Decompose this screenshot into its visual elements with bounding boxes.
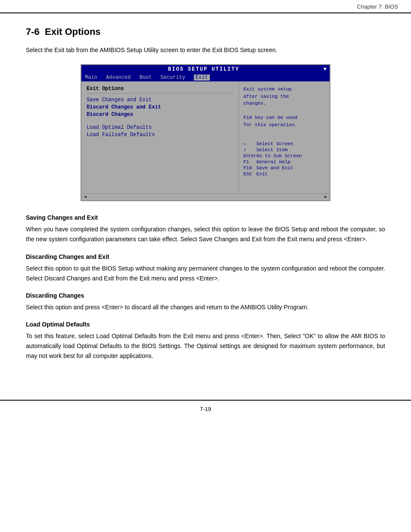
- subsection-discarding-title: Discarding Changes: [26, 292, 385, 299]
- subsection-saving: Saving Changes and Exit When you have co…: [26, 214, 385, 244]
- bios-key-arrows: ↔: [243, 141, 256, 146]
- section-heading: 7-6 Exit Options: [26, 26, 385, 37]
- page-number: 7-19: [200, 406, 211, 412]
- bios-corner-right: ▼: [324, 66, 327, 72]
- bios-menu-main[interactable]: Main: [85, 75, 97, 81]
- bios-right-panel: Exit system setupafter saving thechanges…: [239, 81, 330, 193]
- page-footer: 7-19: [0, 400, 411, 416]
- bios-help-text: Exit system setupafter saving thechanges…: [243, 86, 325, 128]
- bios-option-load-optimal[interactable]: Load Optimal Defaults: [87, 124, 234, 131]
- bios-key-select-screen-label: Select Screen: [256, 141, 293, 146]
- subsection-discarding: Discarding Changes Select this option an…: [26, 292, 385, 312]
- bios-menu-bar[interactable]: Main Advanced Boot Security Exit: [81, 74, 330, 81]
- subsection-discarding-exit-text: Select this option to quit the BIOS Setu…: [26, 264, 385, 283]
- bios-menu-boot[interactable]: Boot: [139, 75, 152, 81]
- subsection-saving-title: Saving Changes and Exit: [26, 214, 385, 221]
- subsection-load-optimal: Load Optimal Defaults To set this featur…: [26, 321, 385, 361]
- bios-key-esc: ESC Exit: [243, 171, 325, 177]
- bios-key-select-item: ↕ Select Item: [243, 147, 325, 152]
- subsection-discarding-exit-title: Discarding Changes and Exit: [26, 253, 385, 260]
- bios-scroll-right: ►: [324, 195, 327, 199]
- bios-option-save-exit[interactable]: Save Changes and Exit: [87, 97, 234, 103]
- bios-body: Exit Options Save Changes and Exit Disca…: [81, 81, 330, 193]
- bios-key-f10: F10 Save and Exit: [243, 165, 325, 171]
- subsection-load-optimal-title: Load Optimal Defaults: [26, 321, 385, 328]
- chapter-header: Chapter 7: BIOS: [0, 0, 411, 13]
- chapter-title: Chapter 7: BIOS: [357, 3, 398, 10]
- bios-menu-exit[interactable]: Exit: [194, 75, 210, 81]
- bios-option-discard[interactable]: Discard Changes: [87, 112, 234, 118]
- bios-key-select-item-label: Select Item: [256, 147, 288, 152]
- bios-keys-section: ↔ Select Screen ↕ Select Item Enter Go t…: [243, 141, 325, 177]
- bios-key-select-screen: ↔ Select Screen: [243, 141, 325, 146]
- intro-paragraph: Select the Exit tab from the AMIBIOS Set…: [26, 45, 385, 55]
- bios-section-title: Exit Options: [87, 86, 234, 93]
- bios-key-updown: ↕: [243, 147, 256, 152]
- bios-key-sub-screen: Enter Go to Sub Screen: [243, 153, 325, 159]
- bios-key-f1: F1 General Help: [243, 159, 325, 165]
- main-content: 7-6 Exit Options Select the Exit tab fro…: [0, 13, 411, 387]
- bios-menu-advanced[interactable]: Advanced: [106, 75, 131, 81]
- bios-key-f1-label: General Help: [256, 159, 290, 165]
- bios-key-esc-key: ESC: [243, 171, 256, 177]
- bios-key-enter: Enter: [243, 154, 256, 159]
- bios-key-esc-label: Exit: [256, 171, 268, 177]
- bios-bottom-bar: ◄ ►: [81, 193, 330, 200]
- bios-title-bar: BIOS SETUP UTILITY ▼: [81, 65, 330, 74]
- bios-menu-security[interactable]: Security: [160, 75, 185, 81]
- bios-scroll-indicator: ◄: [84, 195, 87, 199]
- bios-left-panel: Exit Options Save Changes and Exit Disca…: [81, 81, 239, 193]
- bios-title: BIOS SETUP UTILITY: [84, 66, 324, 72]
- bios-key-f1-key: F1: [243, 159, 256, 165]
- bios-key-f10-key: F10: [243, 165, 256, 171]
- subsection-discarding-text: Select this option and press <Enter> to …: [26, 302, 385, 312]
- subsection-saving-text: When you have completed the system confi…: [26, 224, 385, 244]
- bios-key-f10-label: Save and Exit: [256, 165, 293, 171]
- bios-key-sub-screen-label: Go to Sub Screen: [256, 153, 302, 159]
- bios-screenshot: BIOS SETUP UTILITY ▼ Main Advanced Boot …: [81, 64, 330, 201]
- subsection-load-optimal-text: To set this feature, select Load Optimal…: [26, 331, 385, 361]
- subsection-discarding-exit: Discarding Changes and Exit Select this …: [26, 253, 385, 283]
- bios-option-discard-exit[interactable]: Discard Changes and Exit: [87, 104, 234, 110]
- bios-option-load-failsafe[interactable]: Load Failsafe Defaults: [87, 132, 234, 138]
